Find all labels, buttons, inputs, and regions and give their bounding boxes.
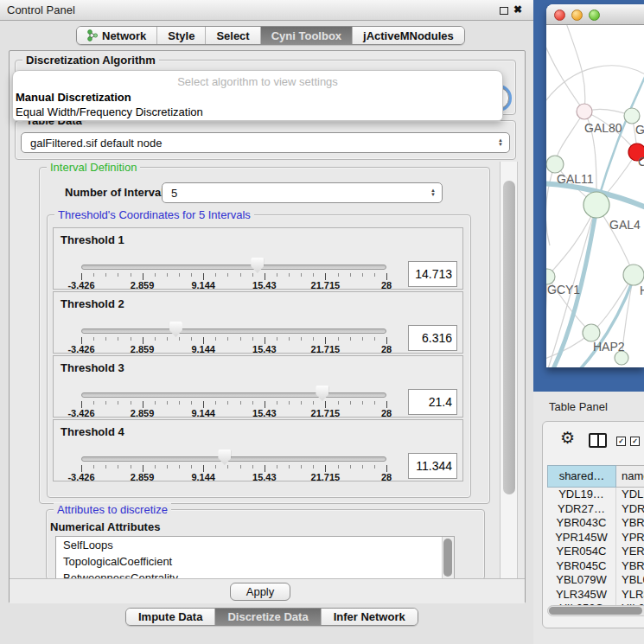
interval-definition-title: Interval Definition <box>47 161 140 174</box>
tab-jactivemnodules-label: jActiveMNodules <box>363 29 454 42</box>
table-panel-title: Table Panel <box>549 400 608 413</box>
threshold-coordinates-group: Threshold's Coordinates for 5 Intervals … <box>47 214 471 498</box>
tab-infer-network-label: Infer Network <box>334 610 405 623</box>
attribute-list-item[interactable]: SelfLoops <box>56 537 454 553</box>
node-label: GAL80 <box>584 121 622 135</box>
table-horizontal-scrollbar[interactable] <box>547 605 644 616</box>
float-window-icon[interactable] <box>500 7 508 15</box>
threshold-value-field[interactable]: 14.713 <box>408 261 457 287</box>
column-header-name[interactable]: name <box>616 465 644 488</box>
network-canvas[interactable]: GAL80GALCGAL11GAL4GCY1HHAP2 <box>546 25 644 367</box>
attributes-group: Attributes to discretize Numerical Attri… <box>46 509 485 580</box>
attributes-scrollbar[interactable] <box>442 537 454 578</box>
tab-infer-network[interactable]: Infer Network <box>322 609 418 625</box>
network-node[interactable] <box>546 156 564 173</box>
slider-scale-labels: -3.4262.8599.14415.4321.71528 <box>81 344 386 354</box>
table-scrollbar-thumb[interactable] <box>549 607 642 615</box>
tab-select[interactable]: Select <box>206 27 260 44</box>
close-traffic-light[interactable] <box>554 10 565 21</box>
slider-thumb[interactable] <box>251 258 264 273</box>
tab-network[interactable]: Network <box>77 27 157 44</box>
checkbox-icon[interactable]: ✓ <box>630 437 640 446</box>
combo-spinner-icon[interactable]: ▲▼ <box>430 188 436 197</box>
node-label: GAL4 <box>609 218 641 232</box>
table-row[interactable]: YBR043CYBR043C <box>547 516 644 531</box>
table-row[interactable]: YLR345WYLR345W <box>547 588 644 603</box>
table-row[interactable]: YDL19…YDL19… <box>547 488 644 502</box>
network-node[interactable] <box>583 192 609 218</box>
attribute-items: SelfLoopsTopologicalCoefficientBetweenne… <box>56 537 454 579</box>
table-row[interactable]: YPR145WYPR145W <box>547 531 644 545</box>
table-row[interactable]: YBR045CYBR045C <box>547 559 644 574</box>
table-panel-body: ⚙ ✓ ✓ shared… name YDL19…YDL19…YDR27…YDR… <box>542 421 644 628</box>
network-node[interactable] <box>624 108 640 124</box>
attributes-scrollbar-thumb[interactable] <box>443 539 452 577</box>
slider-track[interactable] <box>81 456 386 462</box>
network-node[interactable] <box>583 324 600 341</box>
numerical-attributes-label: Numerical Attributes <box>50 520 160 533</box>
threshold-value-field[interactable]: 11.344 <box>408 453 457 479</box>
threshold-value-field[interactable]: 21.4 <box>408 389 457 415</box>
threshold-value-field[interactable]: 6.316 <box>408 325 457 351</box>
tab-discretize-data-label: Discretize Data <box>227 610 308 623</box>
table-data-combobox-value: galFiltered.sif default node <box>30 137 162 150</box>
slider-track[interactable] <box>81 392 386 398</box>
table-rows: YDL19…YDL19…YDR27…YDR27…YBR043CYBR043CYP… <box>547 488 644 616</box>
attribute-list-item[interactable]: TopologicalCoefficient <box>56 553 454 570</box>
table-data-combobox[interactable]: galFiltered.sif default node ▲▼ <box>21 132 510 153</box>
algorithm-dropdown-popup: Select algorithm to view settings Manual… <box>12 70 503 121</box>
tab-style[interactable]: Style <box>157 27 206 44</box>
tab-network-label: Network <box>102 29 146 42</box>
tab-jactivemnodules[interactable]: jActiveMNodules <box>353 27 464 44</box>
column-header-shared-name[interactable]: shared… <box>547 465 616 488</box>
network-view-window: GAL80GALCGAL11GAL4GCY1HHAP2 <box>546 4 644 367</box>
zoom-traffic-light[interactable] <box>589 10 600 21</box>
gear-icon[interactable]: ⚙ <box>560 428 575 448</box>
window-title: Control Panel <box>7 3 75 16</box>
close-icon[interactable]: ✖ <box>513 3 522 16</box>
network-window-titlebar[interactable] <box>546 4 644 25</box>
network-node[interactable] <box>623 265 644 285</box>
tab-select-label: Select <box>216 29 249 42</box>
apply-button[interactable]: Apply <box>230 583 290 601</box>
interval-definition-group: Interval Definition Number of Intervals … <box>39 167 490 504</box>
network-icon <box>87 29 99 41</box>
numerical-attributes-list[interactable]: SelfLoopsTopologicalCoefficientBetweenne… <box>55 536 455 579</box>
slider-scale-labels: -3.4262.8599.14415.4321.71528 <box>81 280 386 290</box>
combo-spinner-icon[interactable]: ▲▼ <box>498 138 503 147</box>
control-panel-titlebar: Control Panel ✖ <box>0 0 533 21</box>
checkbox-icon[interactable]: ✓ <box>616 437 626 446</box>
panel-vertical-scrollbar[interactable] <box>500 162 518 578</box>
table-row[interactable]: YBL079WYBL079W <box>547 573 644 588</box>
number-of-intervals-combobox[interactable]: 5 ▲▼ <box>162 182 443 203</box>
threshold-label: Threshold 1 <box>61 233 124 246</box>
node-table[interactable]: shared… name YDL19…YDL19…YDR27…YDR27…YBR… <box>547 465 644 616</box>
panel-scrollbar-thumb[interactable] <box>503 181 515 494</box>
tab-cyni-toolbox-label: Cyni Toolbox <box>271 29 341 42</box>
slider-thumb[interactable] <box>316 386 328 401</box>
slider-track[interactable] <box>81 265 386 270</box>
control-panel-tabs: Network Style Select Cyni Toolbox jActiv… <box>76 26 465 45</box>
node-label: HAP2 <box>593 340 625 354</box>
minimize-traffic-light[interactable] <box>571 10 583 21</box>
tab-impute-data[interactable]: Impute Data <box>126 609 215 625</box>
tab-cyni-toolbox[interactable]: Cyni Toolbox <box>261 27 353 44</box>
popup-item-equal-width-frequency[interactable]: Equal Width/Frequency Discretization <box>16 105 203 118</box>
slider-thumb[interactable] <box>218 450 231 465</box>
network-node[interactable] <box>577 104 592 119</box>
threshold-coordinates-title: Threshold's Coordinates for 5 Intervals <box>54 208 254 221</box>
slider-track[interactable] <box>81 328 386 334</box>
slider-thumb[interactable] <box>169 322 182 337</box>
tab-impute-data-label: Impute Data <box>138 610 202 623</box>
tab-discretize-data[interactable]: Discretize Data <box>215 609 321 625</box>
node-label: GCY1 <box>547 283 580 296</box>
threshold-3-row: Threshold 3-3.4262.8599.14415.4321.71528… <box>53 355 463 418</box>
split-columns-icon[interactable] <box>589 433 607 448</box>
number-of-intervals-label: Number of Intervals <box>65 186 170 199</box>
cyni-toolbox-panel: Discretization Algorithm Table Data galF… <box>9 50 526 603</box>
node-label: GAL11 <box>557 172 594 186</box>
popup-item-manual-discretization[interactable]: Manual Discretization <box>16 91 131 104</box>
table-row[interactable]: YDR27…YDR27… <box>547 502 644 517</box>
threshold-label: Threshold 4 <box>61 425 124 438</box>
table-row[interactable]: YER054CYER054C <box>547 545 644 559</box>
